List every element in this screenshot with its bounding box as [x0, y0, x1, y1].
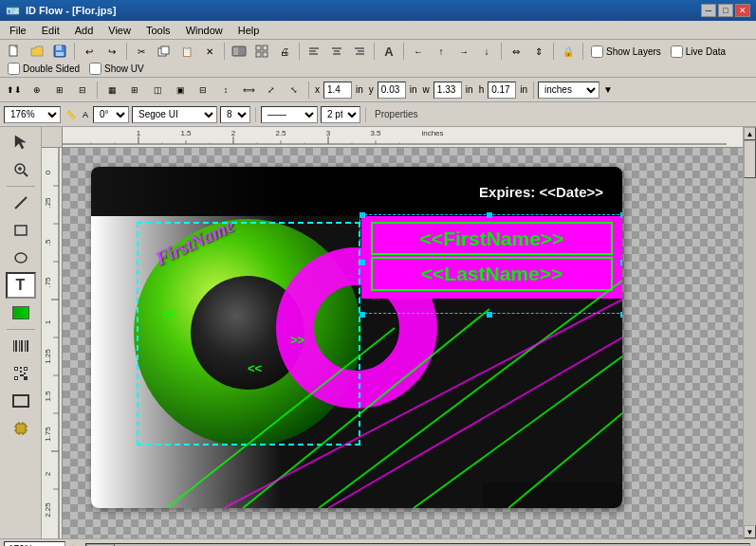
menu-window[interactable]: Window — [178, 23, 230, 38]
tb2-btn13[interactable]: ⤡ — [284, 81, 304, 100]
flip-v[interactable]: ⇕ — [528, 42, 549, 61]
scrollbar-thumb[interactable] — [744, 140, 756, 178]
right-scrollbar[interactable]: ▲ ▼ — [743, 127, 756, 538]
move-down[interactable]: ↓ — [476, 42, 497, 61]
redo-button[interactable]: ↪ — [101, 42, 122, 61]
move-up[interactable]: ↑ — [431, 42, 452, 61]
top-bar: Expires: <<Date>> — [91, 167, 622, 216]
in3-label: in — [464, 84, 475, 95]
tool-separator — [7, 329, 35, 330]
live-data-checkbox[interactable] — [671, 46, 683, 58]
font-family-select[interactable]: Segoe UI — [132, 106, 217, 123]
menu-edit[interactable]: Edit — [34, 23, 67, 38]
undo-button[interactable]: ↩ — [79, 42, 100, 61]
align-right[interactable] — [349, 42, 370, 61]
stroke-size-select[interactable]: 2 pt — [321, 106, 360, 123]
menu-file[interactable]: File — [2, 23, 34, 38]
tb2-btn3[interactable]: ⊞ — [49, 81, 70, 100]
delete-button[interactable]: ✕ — [199, 42, 220, 61]
menu-help[interactable]: Help — [230, 23, 267, 38]
chip-tool[interactable] — [6, 415, 36, 442]
horizontal-ruler: 1 1.5 2 2.5 3 3.5 inches — [63, 127, 743, 148]
text-tool[interactable]: T — [6, 272, 36, 299]
h-label: h — [477, 84, 487, 95]
move-right[interactable]: → — [453, 42, 474, 61]
rotate-select[interactable]: 0° — [93, 106, 129, 123]
grid-button[interactable] — [251, 42, 272, 61]
in2-label: in — [408, 84, 419, 95]
h-value[interactable]: 0.17 — [488, 82, 516, 99]
svg-text:3: 3 — [326, 129, 331, 137]
save-button[interactable] — [49, 42, 70, 61]
align-left[interactable] — [304, 42, 324, 61]
id-card: FirstName << >> << Expires: <<Date>> <<F… — [91, 167, 622, 508]
zoom-tool[interactable] — [6, 156, 36, 183]
menu-tools[interactable]: Tools — [138, 23, 178, 38]
horizontal-scrollbar[interactable] — [85, 543, 750, 547]
move-left[interactable]: ← — [408, 42, 429, 61]
y-value[interactable]: 0.03 — [378, 82, 406, 99]
x-value[interactable]: 1.4 — [323, 82, 352, 99]
line-style-select[interactable]: —— — [261, 106, 318, 123]
svg-text:1: 1 — [137, 129, 141, 137]
separator — [308, 82, 309, 99]
rect-tool[interactable] — [6, 217, 36, 244]
tb2-btn10[interactable]: ↕ — [215, 81, 236, 100]
cut-button[interactable]: ✂ — [131, 42, 152, 61]
align-center[interactable] — [326, 42, 347, 61]
double-sided-checkbox[interactable] — [8, 63, 20, 75]
show-uv-checkbox[interactable] — [89, 63, 101, 75]
color-tool[interactable] — [6, 300, 36, 326]
close-button[interactable]: ✕ — [735, 4, 750, 17]
handle-bot-right — [620, 312, 622, 318]
print-button[interactable]: 🖨 — [274, 42, 295, 61]
line-tool[interactable] — [6, 190, 36, 216]
svg-rect-28 — [15, 226, 27, 235]
tb2-btn8[interactable]: ▣ — [170, 81, 191, 100]
scroll-up-btn[interactable]: ▲ — [744, 127, 756, 140]
units-dropdown-arrow[interactable]: ▼ — [601, 83, 615, 97]
frame-tool[interactable] — [6, 388, 36, 414]
id-card-button[interactable] — [229, 42, 249, 61]
menu-add[interactable]: Add — [67, 23, 101, 38]
statusbar-zoom-select[interactable]: 176% — [4, 541, 65, 547]
scrollbar-track[interactable] — [744, 140, 756, 525]
expires-text: Expires: <<Date>> — [479, 184, 603, 200]
zoom-select[interactable]: 176% — [4, 106, 61, 123]
svg-rect-6 — [161, 46, 169, 54]
units-select[interactable]: inches — [538, 82, 599, 99]
show-layers-checkbox[interactable] — [591, 46, 603, 58]
tb2-btn11[interactable]: ⟺ — [238, 81, 259, 100]
tb2-btn9[interactable]: ⊟ — [193, 81, 213, 100]
tb2-btn12[interactable]: ⤢ — [261, 81, 282, 100]
font-size-select[interactable]: 8 — [220, 106, 250, 123]
svg-rect-37 — [15, 368, 17, 370]
paste-button[interactable]: 📋 — [176, 42, 197, 61]
barcode2-tool[interactable] — [6, 360, 36, 387]
text-format-btn[interactable]: A — [378, 42, 399, 61]
menu-view[interactable]: View — [101, 23, 138, 38]
tb2-btn4[interactable]: ⊟ — [72, 81, 93, 100]
ellipse-tool[interactable] — [6, 245, 36, 271]
open-button[interactable] — [27, 42, 47, 61]
svg-rect-35 — [27, 340, 28, 352]
maximize-button[interactable]: □ — [718, 4, 733, 17]
copy-button[interactable] — [154, 42, 175, 61]
tb2-btn2[interactable]: ⊕ — [27, 81, 47, 100]
tb2-btn1[interactable]: ⬆⬇ — [4, 81, 25, 100]
tb2-btn7[interactable]: ◫ — [147, 81, 168, 100]
lock-btn[interactable]: 🔒 — [558, 42, 579, 61]
separator — [403, 43, 404, 60]
flip-h[interactable]: ⇔ — [506, 42, 526, 61]
minimize-button[interactable]: ─ — [701, 4, 716, 17]
barcode-tool[interactable] — [6, 333, 36, 359]
select-tool[interactable] — [6, 129, 36, 155]
new-button[interactable] — [4, 42, 25, 61]
tb2-btn6[interactable]: ⊞ — [124, 81, 145, 100]
live-data-check: Live Data — [667, 46, 729, 58]
tb2-btn5[interactable]: ▦ — [101, 81, 122, 100]
w-value[interactable]: 1.33 — [433, 82, 462, 99]
title-bar: 🪪 ID Flow - [Flor.jps] ─ □ ✕ — [0, 0, 756, 21]
separator — [224, 43, 225, 60]
scroll-down-btn[interactable]: ▼ — [744, 525, 756, 538]
